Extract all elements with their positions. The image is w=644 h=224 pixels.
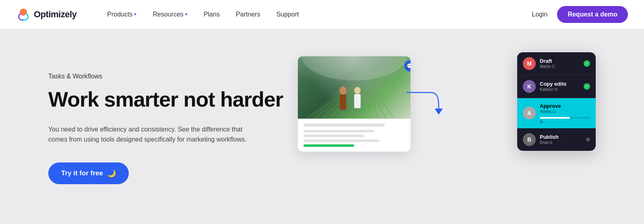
nav-products-label: Products bbox=[107, 11, 132, 18]
nav-right: Login Request a demo bbox=[532, 6, 628, 23]
card-bar-title bbox=[303, 123, 385, 127]
workflow-publish-label: Publish bbox=[540, 134, 582, 140]
nav-products[interactable]: Products ▾ bbox=[101, 8, 143, 21]
workflow-approve-label: Approve bbox=[540, 103, 590, 109]
card-bar-3 bbox=[303, 140, 380, 142]
logo[interactable]: Optimizely bbox=[16, 7, 76, 22]
nav-support-label: Support bbox=[276, 11, 299, 18]
svg-line-11 bbox=[370, 88, 386, 119]
hero-content: Tasks & Workflows Work smarter not harde… bbox=[48, 73, 298, 184]
draft-check-icon: ✓ bbox=[584, 60, 590, 67]
progress-bar bbox=[303, 144, 354, 147]
avatar-katelyn: K bbox=[523, 80, 536, 93]
workflow-draft-person: Martin C. bbox=[540, 64, 580, 69]
nav-support[interactable]: Support bbox=[270, 8, 305, 21]
try-free-label: Try it for free bbox=[61, 169, 103, 177]
workflow-draft-info: Draft Martin C. bbox=[540, 58, 580, 69]
workflow-copyedits-person: Katelyn H. bbox=[540, 87, 580, 92]
svg-line-3 bbox=[322, 88, 354, 119]
svg-point-0 bbox=[302, 56, 407, 80]
svg-rect-16 bbox=[354, 94, 361, 108]
demo-label: Request a demo bbox=[568, 11, 617, 18]
workflow-copyedits-label: Copy edits bbox=[540, 81, 580, 87]
nav-links: Products ▾ Resources ▾ Plans Partners Su… bbox=[101, 8, 532, 21]
nav-resources[interactable]: Resources ▾ bbox=[146, 8, 194, 21]
nav-plans[interactable]: Plans bbox=[197, 8, 226, 21]
workflow-copyedits-info: Copy edits Katelyn H. bbox=[540, 81, 580, 92]
avatar-anette: A bbox=[523, 107, 536, 119]
svg-point-15 bbox=[354, 87, 361, 94]
card-bar-1 bbox=[303, 130, 374, 132]
moon-icon: 🌙 bbox=[107, 169, 116, 178]
avatar-martin: M bbox=[523, 57, 536, 70]
nav-resources-label: Resources bbox=[153, 11, 183, 18]
workflow-draft-label: Draft bbox=[540, 58, 580, 64]
card-body bbox=[298, 119, 411, 152]
farm-image: 💬 bbox=[298, 56, 411, 119]
workflow-publish-info: Publish Brian k. bbox=[540, 134, 582, 145]
try-free-button[interactable]: Try it for free 🌙 bbox=[48, 162, 129, 184]
svg-line-12 bbox=[372, 88, 394, 119]
hero-description: You need to drive efficiency and consist… bbox=[48, 124, 258, 145]
hero-section: Tasks & Workflows Work smarter not harde… bbox=[0, 29, 644, 224]
copyedits-check-icon: ✓ bbox=[584, 83, 590, 90]
request-demo-button[interactable]: Request a demo bbox=[557, 6, 628, 23]
svg-point-13 bbox=[339, 86, 347, 95]
nav-partners-label: Partners bbox=[236, 11, 260, 18]
card-bar-2 bbox=[303, 135, 364, 137]
products-chevron-icon: ▾ bbox=[134, 12, 136, 17]
progress-dot bbox=[540, 120, 543, 123]
resources-chevron-icon: ▾ bbox=[185, 12, 188, 17]
nav-plans-label: Plans bbox=[204, 11, 220, 18]
svg-rect-14 bbox=[340, 95, 346, 110]
login-label: Login bbox=[532, 11, 547, 18]
hero-title: Work smarter not harder bbox=[48, 88, 298, 111]
workflow-panel: M Draft Martin C. ✓ K Copy edits Katelyn… bbox=[517, 52, 596, 151]
svg-line-8 bbox=[362, 88, 364, 119]
avatar-brian: B bbox=[523, 133, 536, 146]
login-button[interactable]: Login bbox=[532, 11, 547, 18]
navigation: Optimizely Products ▾ Resources ▾ Plans … bbox=[0, 0, 644, 29]
approve-progress bbox=[540, 117, 590, 123]
workflow-approve: A Approve Anette O. bbox=[517, 98, 596, 128]
progress-bar-fill bbox=[540, 117, 570, 119]
progress-bar-container bbox=[540, 117, 590, 119]
publish-status-dot bbox=[586, 138, 590, 142]
content-preview-card: 💬 bbox=[298, 56, 411, 152]
workflow-draft: M Draft Martin C. ✓ bbox=[517, 52, 596, 75]
workflow-approve-info: Approve Anette O. bbox=[540, 103, 590, 123]
svg-line-2 bbox=[314, 88, 352, 119]
section-label: Tasks & Workflows bbox=[48, 73, 298, 80]
nav-partners[interactable]: Partners bbox=[229, 8, 266, 21]
logo-text: Optimizely bbox=[34, 9, 76, 20]
workflow-copyedits: K Copy edits Katelyn H. ✓ bbox=[517, 75, 596, 98]
svg-marker-17 bbox=[435, 109, 443, 115]
workflow-publish: B Publish Brian k. bbox=[517, 128, 596, 151]
workflow-approve-person: Anette O. bbox=[540, 109, 590, 114]
hero-illustration: 💬 M Draft Martin C. bbox=[298, 52, 596, 205]
workflow-publish-person: Brian k. bbox=[540, 140, 582, 145]
